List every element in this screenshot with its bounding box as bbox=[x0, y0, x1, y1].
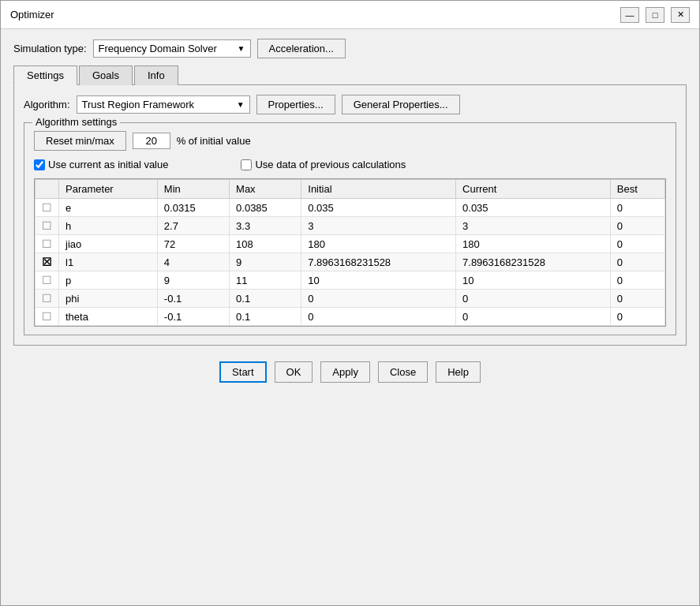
close-button[interactable]: ✕ bbox=[671, 7, 690, 23]
cell-best: 0 bbox=[610, 253, 664, 271]
general-properties-button[interactable]: General Properties... bbox=[342, 95, 460, 114]
tab-info[interactable]: Info bbox=[134, 65, 178, 85]
header-row: Parameter Min Max Initial Current Best bbox=[36, 180, 665, 199]
col-max: Max bbox=[230, 180, 301, 199]
algorithm-label: Algorithm: bbox=[24, 99, 70, 110]
cell-initial: 0 bbox=[301, 308, 456, 326]
algorithm-dropdown[interactable]: Trust Region Framework ▼ bbox=[77, 95, 250, 114]
reset-minmax-button[interactable]: Reset min/max bbox=[34, 131, 126, 151]
uncheck-icon: ☐ bbox=[42, 238, 52, 250]
cell-best: 0 bbox=[610, 271, 664, 290]
col-parameter: Parameter bbox=[59, 180, 158, 199]
cell-best: 0 bbox=[610, 308, 664, 326]
cell-current: 3 bbox=[456, 217, 611, 235]
use-current-label: Use current as initial value bbox=[48, 159, 168, 170]
cell-initial: 7.8963168231528 bbox=[301, 253, 456, 271]
uncheck-icon: ☐ bbox=[42, 310, 52, 323]
cell-current: 7.8963168231528 bbox=[456, 253, 611, 271]
cell-initial: 0 bbox=[301, 290, 456, 308]
table-row[interactable]: ☐h2.73.3330 bbox=[36, 217, 665, 235]
uncheck-icon: ☐ bbox=[42, 201, 52, 214]
use-current-checkbox-label[interactable]: Use current as initial value bbox=[34, 159, 168, 170]
col-current: Current bbox=[456, 180, 611, 199]
cell-best: 0 bbox=[610, 217, 664, 235]
cell-current: 180 bbox=[456, 235, 611, 253]
window-body: Simulation type: Frequency Domain Solver… bbox=[1, 29, 699, 605]
cell-current: 0 bbox=[456, 290, 611, 308]
table-scroll-area[interactable]: Parameter Min Max Initial Current Best bbox=[35, 179, 665, 326]
cell-max: 0.1 bbox=[230, 290, 301, 308]
cell-current: 0 bbox=[456, 308, 611, 326]
col-checkbox bbox=[36, 180, 59, 199]
uncheck-icon: ☐ bbox=[42, 219, 52, 232]
cell-initial: 10 bbox=[301, 271, 456, 290]
ok-button[interactable]: OK bbox=[275, 361, 313, 383]
cell-current: 10 bbox=[456, 271, 611, 290]
cell-max: 108 bbox=[230, 235, 301, 253]
row-checkbox-cell[interactable]: ☐ bbox=[36, 235, 59, 253]
use-previous-label: Use data of previous calculations bbox=[255, 159, 406, 170]
cell-min: 9 bbox=[157, 271, 229, 290]
col-min: Min bbox=[157, 180, 229, 199]
row-checkbox-cell[interactable]: ☐ bbox=[36, 290, 59, 308]
close-button-bottom[interactable]: Close bbox=[378, 361, 428, 383]
properties-button[interactable]: Properties... bbox=[256, 95, 335, 114]
parameters-table: Parameter Min Max Initial Current Best bbox=[35, 179, 665, 326]
table-body: ☐e0.03150.03850.0350.0350☐h2.73.3330☐jia… bbox=[36, 199, 665, 326]
start-button[interactable]: Start bbox=[219, 361, 266, 383]
tabs-row: Settings Goals Info bbox=[13, 65, 687, 85]
table-row[interactable]: ☐theta-0.10.1000 bbox=[36, 308, 665, 326]
help-button[interactable]: Help bbox=[436, 361, 481, 383]
table-row[interactable]: ☐jiao721081801800 bbox=[36, 235, 665, 253]
percent-input[interactable] bbox=[133, 133, 170, 149]
cell-param: phi bbox=[59, 290, 158, 308]
uncheck-icon: ☐ bbox=[42, 274, 52, 286]
row-checkbox-cell[interactable]: ☐ bbox=[36, 271, 59, 290]
title-bar: Optimizer — □ ✕ bbox=[1, 1, 699, 29]
maximize-button[interactable]: □ bbox=[646, 7, 664, 23]
cell-max: 11 bbox=[230, 271, 301, 290]
cell-initial: 3 bbox=[301, 217, 456, 235]
parameters-table-container: Parameter Min Max Initial Current Best bbox=[34, 178, 666, 327]
check-icon: ☒ bbox=[42, 256, 52, 268]
cell-max: 3.3 bbox=[230, 217, 301, 235]
simulation-type-dropdown[interactable]: Frequency Domain Solver ▼ bbox=[93, 39, 251, 58]
row-checkbox-cell[interactable]: ☐ bbox=[36, 308, 59, 326]
tab-content-settings: Algorithm: Trust Region Framework ▼ Prop… bbox=[13, 85, 687, 346]
row-checkbox-cell[interactable]: ☐ bbox=[36, 217, 59, 235]
percent-label: % of initial value bbox=[177, 135, 251, 147]
cell-param: h bbox=[59, 217, 158, 235]
title-bar-controls: — □ ✕ bbox=[620, 7, 690, 23]
optimizer-window: Optimizer — □ ✕ Simulation type: Frequen… bbox=[0, 0, 700, 606]
tab-goals[interactable]: Goals bbox=[79, 65, 133, 85]
checkboxes-row: Use current as initial value Use data of… bbox=[34, 159, 666, 170]
cell-min: 72 bbox=[157, 235, 229, 253]
row-checkbox-cell[interactable]: ☐ bbox=[36, 199, 59, 217]
cell-param: jiao bbox=[59, 235, 158, 253]
use-previous-checkbox[interactable] bbox=[241, 159, 252, 170]
use-current-checkbox[interactable] bbox=[34, 159, 45, 170]
reset-row: Reset min/max % of initial value bbox=[34, 131, 666, 151]
table-row[interactable]: ☐e0.03150.03850.0350.0350 bbox=[36, 199, 665, 217]
tab-settings[interactable]: Settings bbox=[13, 65, 77, 85]
table-row[interactable]: ☐phi-0.10.1000 bbox=[36, 290, 665, 308]
row-checkbox-cell[interactable]: ☒ bbox=[36, 253, 59, 271]
sim-type-value: Frequency Domain Solver bbox=[99, 43, 217, 54]
algorithm-settings-group: Algorithm settings Reset min/max % of in… bbox=[24, 122, 676, 335]
cell-param: l1 bbox=[59, 253, 158, 271]
table-row[interactable]: ☒l1497.89631682315287.89631682315280 bbox=[36, 253, 665, 271]
apply-button[interactable]: Apply bbox=[320, 361, 370, 383]
cell-max: 0.0385 bbox=[230, 199, 301, 217]
cell-min: -0.1 bbox=[157, 290, 229, 308]
use-previous-checkbox-label[interactable]: Use data of previous calculations bbox=[241, 159, 406, 170]
cell-max: 9 bbox=[230, 253, 301, 271]
simulation-type-row: Simulation type: Frequency Domain Solver… bbox=[13, 39, 687, 58]
sim-type-label: Simulation type: bbox=[13, 43, 87, 54]
acceleration-button[interactable]: Acceleration... bbox=[257, 39, 346, 58]
tab-container: Settings Goals Info Algorithm: Trust Reg… bbox=[13, 65, 687, 346]
algorithm-row: Algorithm: Trust Region Framework ▼ Prop… bbox=[24, 95, 676, 114]
cell-best: 0 bbox=[610, 235, 664, 253]
minimize-button[interactable]: — bbox=[620, 7, 639, 23]
table-row[interactable]: ☐p91110100 bbox=[36, 271, 665, 290]
table-header: Parameter Min Max Initial Current Best bbox=[36, 180, 665, 199]
